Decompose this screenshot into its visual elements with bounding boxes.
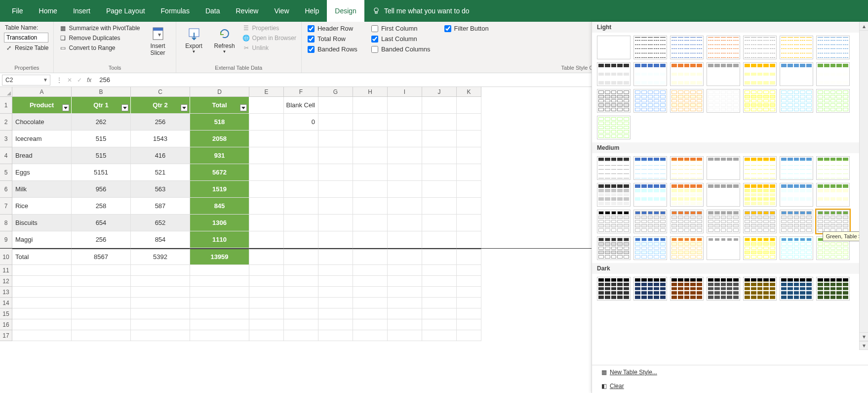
cell-E9[interactable]	[249, 231, 284, 248]
table-style-swatch[interactable]	[816, 277, 850, 301]
table-style-swatch[interactable]	[816, 89, 850, 113]
table-style-swatch[interactable]	[633, 89, 667, 113]
select-all[interactable]	[0, 87, 12, 97]
cell-F2[interactable]: 0	[284, 114, 318, 131]
table-style-swatch[interactable]	[780, 183, 813, 207]
table-style-swatch[interactable]	[780, 236, 813, 260]
cell-K14[interactable]	[457, 298, 481, 308]
chk-total-row[interactable]: Total Row	[306, 34, 359, 44]
cell-D5[interactable]: 5672	[190, 164, 249, 181]
table-style-swatch[interactable]	[816, 36, 850, 59]
cell-H13[interactable]	[353, 287, 388, 298]
cell-E8[interactable]	[249, 215, 284, 231]
table-style-swatch[interactable]	[597, 62, 631, 86]
cell-D13[interactable]	[190, 287, 249, 298]
cell-E13[interactable]	[249, 287, 284, 298]
table-style-swatch[interactable]	[780, 210, 813, 233]
cell-C2[interactable]: 256	[131, 114, 190, 131]
table-style-swatch[interactable]	[597, 156, 631, 180]
cell-E2[interactable]	[249, 114, 284, 131]
cell-F15[interactable]	[284, 308, 318, 319]
cell-I3[interactable]	[388, 131, 422, 147]
cell-C7[interactable]: 587	[131, 198, 190, 215]
cell-I11[interactable]	[388, 265, 422, 276]
table-style-swatch[interactable]	[707, 36, 740, 59]
table-style-swatch[interactable]	[670, 210, 704, 233]
table-header-c[interactable]: Qtr 2	[131, 97, 190, 114]
table-style-swatch[interactable]	[816, 156, 850, 180]
cell-E5[interactable]	[249, 164, 284, 181]
cell-A8[interactable]: Biscuits	[12, 215, 72, 231]
table-style-swatch[interactable]	[743, 183, 777, 207]
table-style-swatch[interactable]	[597, 277, 631, 301]
chevron-down-icon[interactable]: ▼	[43, 77, 48, 83]
cell-G12[interactable]	[318, 276, 353, 287]
cell-I15[interactable]	[388, 308, 422, 319]
cell-B9[interactable]: 256	[72, 231, 131, 248]
cell-J1[interactable]	[422, 97, 457, 114]
cell-D14[interactable]	[190, 298, 249, 308]
tab-page-layout[interactable]: Page Layout	[98, 0, 153, 22]
cell-D7[interactable]: 845	[190, 198, 249, 215]
cell-A10[interactable]: Total	[12, 249, 72, 265]
cell-F16[interactable]	[284, 319, 318, 330]
table-style-swatch[interactable]	[743, 156, 777, 180]
cell-B15[interactable]	[72, 308, 131, 319]
cell-G1[interactable]	[318, 97, 353, 114]
cell-E4[interactable]	[249, 147, 284, 164]
cell-A2[interactable]: Chocolate	[12, 114, 72, 131]
cell-G10[interactable]	[318, 249, 353, 265]
cell-C4[interactable]: 416	[131, 147, 190, 164]
cell-K17[interactable]	[457, 330, 481, 341]
cell-J4[interactable]	[422, 147, 457, 164]
filter-dropdown-icon[interactable]	[121, 104, 128, 111]
cell-G5[interactable]	[318, 164, 353, 181]
table-style-swatch[interactable]	[670, 183, 704, 207]
table-style-swatch[interactable]	[743, 62, 777, 86]
cell-B13[interactable]	[72, 287, 131, 298]
cell-J13[interactable]	[422, 287, 457, 298]
cell-K3[interactable]	[457, 131, 481, 147]
table-style-swatch[interactable]	[707, 210, 740, 233]
cell-J10[interactable]	[422, 249, 457, 265]
table-style-swatch[interactable]	[633, 36, 667, 59]
cell-C3[interactable]: 1543	[131, 131, 190, 147]
cell-B12[interactable]	[72, 276, 131, 287]
col-header-G[interactable]: G	[318, 87, 353, 97]
cell-I12[interactable]	[388, 276, 422, 287]
cell-D11[interactable]	[190, 265, 249, 276]
cell-E14[interactable]	[249, 298, 284, 308]
cell-K11[interactable]	[457, 265, 481, 276]
cell-B4[interactable]: 515	[72, 147, 131, 164]
cell-C13[interactable]	[131, 287, 190, 298]
cell-G2[interactable]	[318, 114, 353, 131]
chk-first-column[interactable]: First Column	[369, 24, 433, 33]
cell-A7[interactable]: Rice	[12, 198, 72, 215]
cell-I6[interactable]	[388, 181, 422, 198]
cell-G7[interactable]	[318, 198, 353, 215]
col-header-J[interactable]: J	[422, 87, 457, 97]
table-style-swatch[interactable]	[780, 277, 813, 301]
cell-I9[interactable]	[388, 231, 422, 248]
refresh-button[interactable]: Refresh▼	[211, 24, 238, 54]
table-style-swatch[interactable]	[597, 210, 631, 233]
cell-D3[interactable]: 2058	[190, 131, 249, 147]
enter-icon[interactable]: ✓	[77, 77, 82, 84]
cell-J14[interactable]	[422, 298, 457, 308]
table-style-swatch[interactable]	[707, 62, 740, 86]
table-header-a[interactable]: Product	[12, 97, 72, 114]
cell-B8[interactable]: 654	[72, 215, 131, 231]
table-style-swatch[interactable]	[816, 210, 850, 233]
cell-A9[interactable]: Maggi	[12, 231, 72, 248]
table-style-swatch[interactable]	[670, 36, 704, 59]
col-header-B[interactable]: B	[72, 87, 131, 97]
cell-I7[interactable]	[388, 198, 422, 215]
table-style-swatch[interactable]	[816, 62, 850, 86]
cell-F12[interactable]	[284, 276, 318, 287]
cell-E16[interactable]	[249, 319, 284, 330]
cell-G17[interactable]	[318, 330, 353, 341]
cell-G9[interactable]	[318, 231, 353, 248]
table-style-swatch[interactable]	[743, 36, 777, 59]
cell-B14[interactable]	[72, 298, 131, 308]
table-style-swatch[interactable]	[597, 236, 631, 260]
